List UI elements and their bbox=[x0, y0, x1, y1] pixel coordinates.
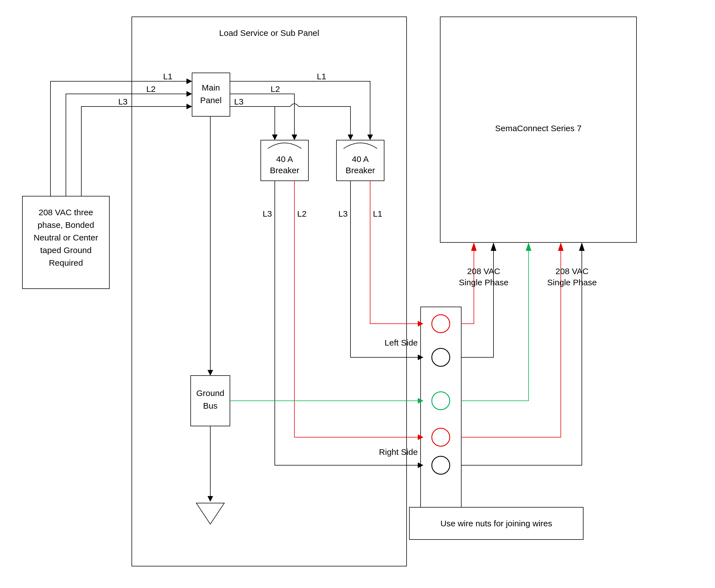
label-bl-L2: L2 bbox=[297, 209, 306, 218]
svg-marker-10 bbox=[491, 243, 496, 251]
supply-text-2: phase, Bonded bbox=[38, 220, 94, 230]
svg-marker-9 bbox=[471, 243, 477, 251]
vac-left-2: Single Phase bbox=[459, 278, 509, 287]
svg-marker-12 bbox=[558, 243, 564, 251]
breaker-right-text-1: 40 A bbox=[352, 154, 369, 164]
main-panel-text-2: Panel bbox=[200, 96, 222, 105]
main-panel-box bbox=[192, 73, 230, 116]
left-side-label: Left Side bbox=[385, 338, 418, 347]
wiring-diagram: 208 VAC three phase, Bonded Neutral or C… bbox=[0, 0, 715, 588]
sema-title: SemaConnect Series 7 bbox=[495, 124, 582, 133]
junction-box bbox=[421, 307, 461, 507]
vac-left-1: 208 VAC bbox=[467, 267, 500, 276]
vac-right-2: Single Phase bbox=[547, 278, 597, 287]
wire-nuts-text: Use wire nuts for joining wires bbox=[441, 519, 552, 528]
breaker-left-text-1: 40 A bbox=[276, 154, 293, 164]
label-L3-in: L3 bbox=[118, 97, 127, 106]
label-L2-in: L2 bbox=[146, 84, 156, 93]
vac-right-1: 208 VAC bbox=[555, 267, 589, 276]
label-L3-mp: L3 bbox=[234, 97, 243, 106]
ground-bus-text-2: Bus bbox=[203, 401, 218, 410]
supply-text-3: Neutral or Center bbox=[34, 233, 98, 242]
label-br-L3: L3 bbox=[339, 209, 348, 218]
sub-panel-box bbox=[132, 17, 407, 566]
label-L1-mp: L1 bbox=[317, 72, 326, 81]
right-side-label: Right Side bbox=[379, 447, 418, 457]
supply-text-5: Required bbox=[49, 258, 83, 267]
breaker-right-text-2: Breaker bbox=[345, 166, 375, 175]
label-br-L1: L1 bbox=[373, 209, 382, 218]
supply-text-4: taped Ground bbox=[40, 246, 91, 255]
svg-marker-13 bbox=[579, 243, 585, 251]
label-bl-L3: L3 bbox=[263, 209, 272, 218]
wire-nut1-sema bbox=[461, 251, 474, 324]
label-L2-mp: L2 bbox=[270, 84, 280, 93]
svg-marker-11 bbox=[526, 243, 531, 251]
supply-text-1: 208 VAC three bbox=[39, 208, 94, 217]
main-panel-text-1: Main bbox=[202, 83, 220, 92]
ground-bus-text-1: Ground bbox=[196, 388, 224, 398]
sub-panel-title: Load Service or Sub Panel bbox=[219, 28, 319, 38]
label-L1-in: L1 bbox=[163, 72, 172, 81]
breaker-left-text-2: Breaker bbox=[270, 166, 299, 175]
